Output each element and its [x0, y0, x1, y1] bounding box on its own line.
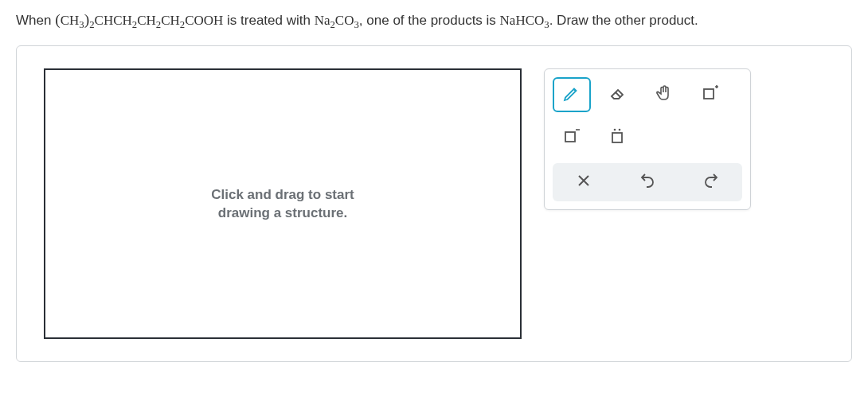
pan-tool-button[interactable] — [645, 77, 683, 112]
box-dots-icon — [608, 127, 628, 149]
hand-icon — [655, 84, 674, 106]
tool-row-1 — [553, 77, 742, 112]
pencil-icon — [562, 84, 581, 106]
svg-rect-2 — [612, 133, 622, 142]
svg-point-3 — [614, 129, 616, 131]
toolbox — [544, 68, 751, 210]
clear-button[interactable] — [557, 168, 610, 197]
q-mid2: , one of the products is — [359, 13, 500, 28]
undo-button[interactable] — [621, 168, 674, 197]
canvas-hint-line2: drawing a structure. — [218, 205, 347, 220]
box-minus-icon — [562, 127, 581, 149]
lone-pair-button[interactable] — [599, 120, 637, 155]
q-product1: NaHCO3 — [500, 13, 549, 28]
tool-row-2 — [553, 120, 742, 155]
q-reactant: (CH3)2CHCH2CH2CH2COOH — [55, 13, 223, 28]
draw-tool-button[interactable] — [553, 77, 591, 112]
box-plus-icon — [701, 84, 720, 106]
redo-icon — [702, 171, 721, 193]
q-mid1: is treated with — [223, 13, 314, 28]
canvas-hint: Click and drag to start drawing a struct… — [211, 185, 354, 224]
drawing-canvas[interactable]: Click and drag to start drawing a struct… — [44, 68, 522, 339]
q-suffix: . Draw the other product. — [549, 13, 698, 28]
undo-icon — [638, 171, 657, 193]
tool-row-actions — [553, 163, 742, 201]
close-icon — [574, 171, 593, 193]
answer-panel: Click and drag to start drawing a struct… — [16, 45, 852, 362]
redo-button[interactable] — [685, 168, 737, 197]
eraser-icon — [608, 84, 628, 106]
canvas-hint-line1: Click and drag to start — [211, 187, 354, 202]
eraser-tool-button[interactable] — [599, 77, 637, 112]
svg-rect-0 — [704, 89, 714, 99]
question-text: When (CH3)2CHCH2CH2CH2COOH is treated wi… — [16, 8, 852, 31]
q-reagent: Na2CO3 — [315, 13, 359, 28]
q-prefix: When — [16, 13, 55, 28]
svg-point-4 — [619, 129, 621, 131]
charge-minus-button[interactable] — [553, 120, 591, 155]
charge-plus-button[interactable] — [691, 77, 729, 112]
svg-rect-1 — [565, 132, 575, 142]
